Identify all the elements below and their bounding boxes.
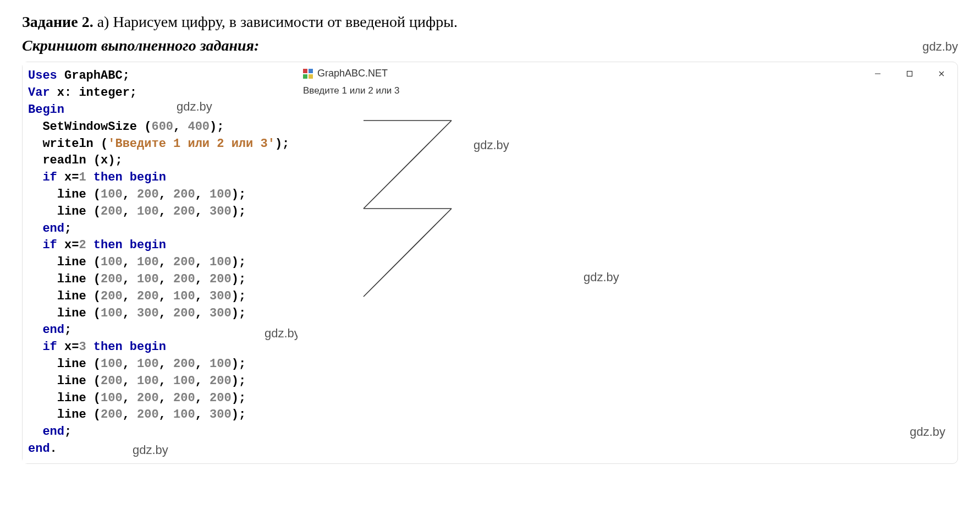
watermark-top-right: gdz.by bbox=[922, 39, 958, 56]
watermark-code-1: gdz.by bbox=[177, 99, 212, 116]
close-button[interactable] bbox=[933, 67, 950, 80]
code-line: line (200, 100, 100, 200); bbox=[28, 373, 292, 390]
code-line: if x=1 then begin bbox=[28, 169, 292, 187]
code-line: line (100, 100, 200, 100); bbox=[28, 356, 292, 373]
code-panel: gdz.by gdz.by gdz.by Uses GraphABC;Var x… bbox=[23, 62, 298, 463]
graphabc-window: GraphABC.NET Введите 1 или 2 или 3 bbox=[298, 63, 955, 461]
code-line: line (200, 200, 100, 300); bbox=[28, 407, 292, 424]
maximize-button[interactable] bbox=[901, 67, 918, 80]
watermark-canvas-3: gdz.by bbox=[910, 424, 945, 441]
task-letter: а) bbox=[97, 13, 109, 30]
watermark-canvas-1: gdz.by bbox=[474, 137, 509, 154]
content-row: gdz.by gdz.by gdz.by Uses GraphABC;Var x… bbox=[22, 62, 958, 463]
code-line: end; bbox=[28, 424, 292, 441]
code-line: Uses GraphABC; bbox=[28, 68, 292, 85]
watermark-canvas-2: gdz.by bbox=[583, 269, 619, 286]
svg-rect-2 bbox=[303, 74, 307, 79]
screenshot-subtitle: Скриншот выполненного задания: bbox=[22, 35, 259, 56]
window-controls bbox=[869, 67, 950, 80]
code-line: end; bbox=[28, 322, 292, 339]
task-header: Задание 2. а) Нарисуем цифру, в зависимо… bbox=[22, 11, 958, 32]
app-icon bbox=[303, 69, 313, 79]
code-line: line (200, 200, 100, 300); bbox=[28, 288, 292, 305]
window-title: GraphABC.NET bbox=[317, 67, 388, 80]
svg-rect-1 bbox=[309, 69, 313, 73]
task-label: Задание 2. bbox=[22, 13, 93, 30]
code-line: line (100, 200, 200, 100); bbox=[28, 187, 292, 204]
code-line: Var x: integer; bbox=[28, 85, 292, 102]
task-description: Нарисуем цифру, в зависимости от введено… bbox=[113, 13, 458, 30]
code-line: line (100, 200, 200, 200); bbox=[28, 390, 292, 407]
code-line: writeln ('Введите 1 или 2 или 3'); bbox=[28, 136, 292, 153]
svg-rect-5 bbox=[907, 71, 912, 76]
watermark-code-3: gdz.by bbox=[133, 442, 168, 459]
code-line: end; bbox=[28, 221, 292, 238]
minimize-button[interactable] bbox=[869, 67, 886, 80]
svg-rect-3 bbox=[309, 74, 313, 79]
code-line: SetWindowSize (600, 400); bbox=[28, 119, 292, 136]
client-area: Введите 1 или 2 или 3 gdz.by gdz.by gdz.… bbox=[298, 82, 955, 451]
code-line: line (200, 100, 200, 300); bbox=[28, 204, 292, 221]
svg-rect-0 bbox=[303, 69, 307, 73]
code-line: if x=2 then begin bbox=[28, 237, 292, 254]
svg-line-9 bbox=[364, 121, 452, 209]
code-line: readln (x); bbox=[28, 152, 292, 169]
titlebar: GraphABC.NET bbox=[298, 63, 955, 81]
code-line: if x=3 then begin bbox=[28, 339, 292, 356]
drawing-canvas bbox=[298, 82, 627, 357]
code-line: Begin bbox=[28, 102, 292, 119]
watermark-code-2: gdz.by bbox=[265, 325, 300, 342]
code-line: line (100, 300, 200, 300); bbox=[28, 305, 292, 322]
code-line: line (100, 100, 200, 100); bbox=[28, 254, 292, 271]
code-line: line (200, 100, 200, 200); bbox=[28, 271, 292, 288]
svg-line-11 bbox=[364, 209, 452, 297]
